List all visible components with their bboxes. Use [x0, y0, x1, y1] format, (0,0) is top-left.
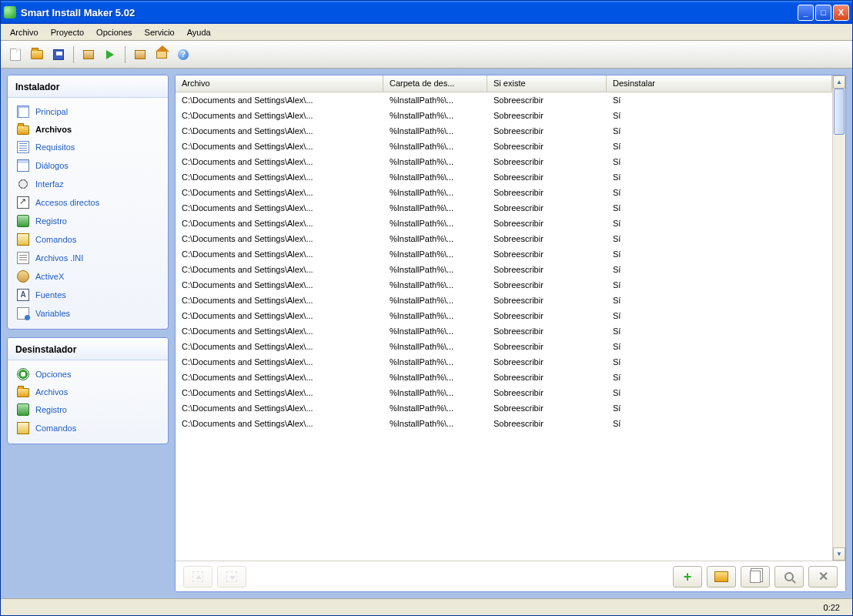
table-row[interactable]: C:\Documents and Settings\Alex\...%Insta… — [176, 339, 832, 354]
menu-servicio[interactable]: Servicio — [139, 25, 181, 39]
maximize-button[interactable]: □ — [815, 5, 831, 21]
installer-item-archivos[interactable]: Archivos — [11, 121, 165, 138]
table-row[interactable]: C:\Documents and Settings\Alex\...%Insta… — [176, 169, 832, 185]
menu-ayuda[interactable]: Ayuda — [181, 25, 217, 39]
cell-siexiste: Sobreescribir — [487, 94, 607, 106]
table-row[interactable]: C:\Documents and Settings\Alex\...%Insta… — [176, 246, 832, 262]
nav-item-label: Comandos — [35, 235, 76, 244]
options-button[interactable] — [130, 45, 150, 65]
table-row[interactable]: C:\Documents and Settings\Alex\...%Insta… — [176, 154, 832, 169]
scroll-up-button[interactable]: ▲ — [833, 75, 845, 89]
installer-item-variables[interactable]: Variables — [11, 304, 165, 323]
table-row[interactable]: C:\Documents and Settings\Alex\...%Insta… — [176, 231, 832, 246]
table-row[interactable]: C:\Documents and Settings\Alex\...%Insta… — [176, 354, 832, 370]
table-row[interactable]: C:\Documents and Settings\Alex\...%Insta… — [176, 293, 832, 308]
installer-item-activex[interactable]: ActiveX — [11, 267, 165, 286]
uninstaller-items: OpcionesArchivosRegistroComandos — [8, 360, 168, 444]
add-button[interactable]: + — [673, 566, 702, 588]
installer-item-accesos-directos[interactable]: Accesos directos — [11, 193, 165, 212]
cell-carpeta: %InstallPath%\... — [383, 125, 487, 137]
installer-item-requisitos[interactable]: Requisitos — [11, 138, 165, 156]
uninstaller-item-registro[interactable]: Registro — [11, 400, 165, 419]
sidebar: Instalador PrincipalArchivosRequisitosDi… — [7, 75, 169, 592]
cell-siexiste: Sobreescribir — [487, 371, 607, 383]
col-siexiste[interactable]: Si existe — [487, 75, 607, 92]
installer-item-interfaz[interactable]: Interfaz — [11, 175, 165, 193]
cell-siexiste: Sobreescribir — [487, 263, 607, 276]
file-table-wrap: Archivo Carpeta de des... Si existe Desi… — [176, 75, 845, 561]
installer-item-fuentes[interactable]: AFuentes — [11, 286, 165, 304]
cell-carpeta: %InstallPath%\... — [383, 156, 487, 168]
run-button[interactable] — [100, 45, 120, 65]
cell-archivo: C:\Documents and Settings\Alex\... — [176, 94, 383, 106]
search-button[interactable] — [774, 566, 804, 588]
uninstaller-item-archivos[interactable]: Archivos — [11, 383, 165, 400]
cell-archivo: C:\Documents and Settings\Alex\... — [176, 156, 383, 168]
save-button[interactable] — [49, 45, 69, 65]
col-desinstalar[interactable]: Desinstalar — [607, 75, 832, 92]
nav-item-label: ActiveX — [35, 272, 64, 281]
cell-siexiste: Sobreescribir — [487, 140, 607, 152]
table-row[interactable]: C:\Documents and Settings\Alex\...%Insta… — [176, 277, 832, 293]
table-row[interactable]: C:\Documents and Settings\Alex\...%Insta… — [176, 92, 832, 108]
copy-button[interactable] — [741, 566, 770, 588]
menu-proyecto[interactable]: Proyecto — [45, 25, 90, 39]
scroll-thumb[interactable] — [834, 89, 845, 135]
table-row[interactable]: C:\Documents and Settings\Alex\...%Insta… — [176, 262, 832, 277]
table-row[interactable]: C:\Documents and Settings\Alex\...%Insta… — [176, 385, 832, 400]
main-content: Archivo Carpeta de des... Si existe Desi… — [175, 75, 846, 592]
cell-desinstalar: Sí — [607, 186, 832, 199]
table-row[interactable]: C:\Documents and Settings\Alex\...%Insta… — [176, 370, 832, 385]
cell-siexiste: Sobreescribir — [487, 402, 607, 414]
vertical-scrollbar[interactable]: ▲ ▼ — [832, 75, 845, 561]
move-up-button[interactable] — [183, 566, 212, 588]
installer-item-comandos[interactable]: Comandos — [11, 230, 165, 249]
cell-desinstalar: Sí — [607, 171, 832, 183]
table-row[interactable]: C:\Documents and Settings\Alex\...%Insta… — [176, 139, 832, 154]
help-button[interactable]: ? — [173, 45, 193, 65]
menu-archivo[interactable]: Archivo — [4, 25, 45, 39]
installer-item-archivos-ini[interactable]: Archivos .INI — [11, 249, 165, 267]
table-row[interactable]: C:\Documents and Settings\Alex\...%Insta… — [176, 123, 832, 139]
installer-item-di-logos[interactable]: Diálogos — [11, 156, 165, 175]
uninstaller-item-opciones[interactable]: Opciones — [11, 365, 165, 383]
scroll-down-button[interactable]: ▼ — [833, 547, 845, 561]
table-row[interactable]: C:\Documents and Settings\Alex\...%Insta… — [176, 416, 832, 431]
save-disk-icon — [53, 49, 64, 60]
table-row[interactable]: C:\Documents and Settings\Alex\...%Insta… — [176, 400, 832, 416]
table-row[interactable]: C:\Documents and Settings\Alex\...%Insta… — [176, 200, 832, 216]
box-icon — [135, 50, 146, 59]
scroll-track[interactable] — [833, 89, 845, 547]
table-row[interactable]: C:\Documents and Settings\Alex\...%Insta… — [176, 108, 832, 123]
menu-opciones[interactable]: Opciones — [90, 25, 138, 39]
table-row[interactable]: C:\Documents and Settings\Alex\...%Insta… — [176, 323, 832, 339]
cell-archivo: C:\Documents and Settings\Alex\... — [176, 233, 383, 245]
installer-item-principal[interactable]: Principal — [11, 102, 165, 121]
build-button[interactable] — [79, 45, 99, 65]
cell-carpeta: %InstallPath%\... — [383, 279, 487, 291]
nav-item-label: Archivos — [35, 125, 72, 134]
installer-panel-title: Instalador — [8, 75, 168, 98]
uninstaller-item-comandos[interactable]: Comandos — [11, 419, 165, 437]
minimize-button[interactable]: _ — [798, 5, 814, 21]
col-archivo[interactable]: Archivo — [176, 75, 383, 92]
cell-archivo: C:\Documents and Settings\Alex\... — [176, 217, 383, 229]
new-button[interactable] — [5, 45, 25, 65]
nav-item-label: Diálogos — [35, 161, 69, 170]
cell-archivo: C:\Documents and Settings\Alex\... — [176, 263, 383, 276]
home-button[interactable] — [152, 45, 172, 65]
table-row[interactable]: C:\Documents and Settings\Alex\...%Insta… — [176, 216, 832, 231]
table-row[interactable]: C:\Documents and Settings\Alex\...%Insta… — [176, 308, 832, 323]
add-folder-button[interactable] — [707, 566, 736, 588]
open-button[interactable] — [27, 45, 47, 65]
cell-carpeta: %InstallPath%\... — [383, 94, 487, 106]
registry-icon — [17, 403, 29, 416]
move-down-button[interactable] — [217, 566, 246, 588]
installer-item-registro[interactable]: Registro — [11, 212, 165, 230]
col-carpeta[interactable]: Carpeta de des... — [383, 75, 487, 92]
delete-button[interactable]: ✕ — [808, 566, 838, 588]
nav-item-label: Requisitos — [35, 142, 75, 152]
table-row[interactable]: C:\Documents and Settings\Alex\...%Insta… — [176, 185, 832, 200]
arrow-down-icon — [226, 571, 237, 582]
close-button[interactable]: X — [833, 5, 849, 21]
